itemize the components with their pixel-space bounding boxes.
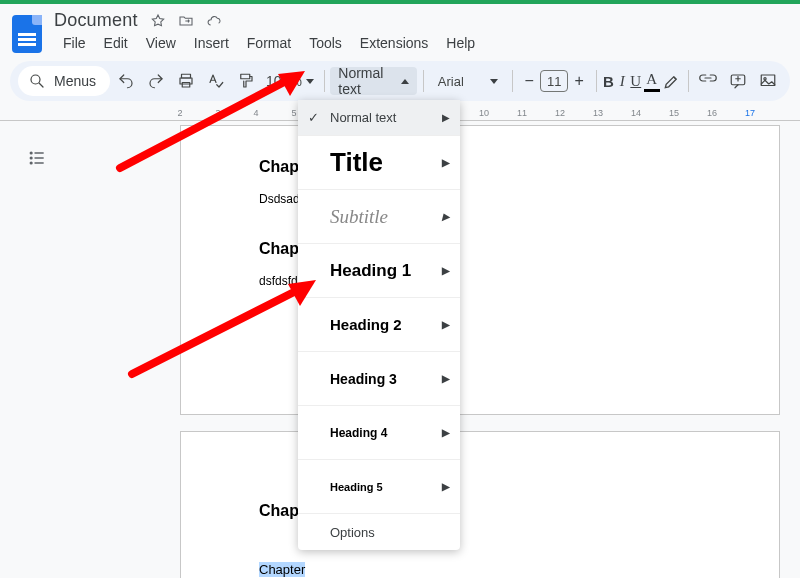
font-select[interactable]: Arial: [430, 74, 506, 89]
style-option-label: Subtitle: [330, 206, 388, 228]
cloud-status-icon[interactable]: [206, 13, 222, 29]
style-option-label: Heading 5: [330, 481, 383, 493]
font-size-group: − 11 +: [518, 68, 590, 94]
menu-bar: File Edit View Insert Format Tools Exten…: [54, 33, 788, 57]
style-option-subtitle[interactable]: Subtitle▶: [298, 190, 460, 244]
svg-point-12: [764, 78, 766, 80]
style-option-heading-3[interactable]: Heading 3▶: [298, 352, 460, 406]
svg-rect-6: [241, 74, 250, 79]
style-option-heading-1[interactable]: Heading 1▶: [298, 244, 460, 298]
insert-link-button[interactable]: [694, 67, 722, 95]
ruler-tick: 16: [707, 108, 717, 118]
ruler-tick: 13: [593, 108, 603, 118]
ruler-tick: 11: [517, 108, 527, 118]
submenu-arrow-icon: ▶: [442, 373, 450, 384]
menu-view[interactable]: View: [137, 33, 185, 53]
menu-tools[interactable]: Tools: [300, 33, 351, 53]
style-option-label: Options: [330, 525, 375, 540]
svg-point-0: [31, 75, 40, 84]
style-option-label: Title: [330, 147, 383, 178]
style-option-options[interactable]: Options: [298, 514, 460, 550]
submenu-arrow-icon: ▶: [442, 427, 450, 438]
underline-button[interactable]: U: [630, 67, 642, 95]
undo-button[interactable]: [112, 67, 140, 95]
menu-edit[interactable]: Edit: [95, 33, 137, 53]
move-icon[interactable]: [178, 13, 194, 29]
spellcheck-button[interactable]: [202, 67, 230, 95]
paint-format-button[interactable]: [232, 67, 260, 95]
zoom-select[interactable]: 100%: [262, 73, 318, 89]
font-size-increase[interactable]: +: [568, 69, 590, 93]
toolbar: Menus 100% Normal text Arial − 11 +: [10, 61, 790, 101]
doc-title[interactable]: Document: [54, 10, 138, 31]
paragraph-style-dropdown: ✓Normal text▶Title▶Subtitle▶Heading 1▶He…: [298, 100, 460, 550]
check-icon: ✓: [308, 110, 319, 125]
svg-point-17: [30, 162, 32, 164]
text-color-button[interactable]: A: [644, 67, 660, 95]
ruler-tick: 3: [215, 108, 220, 118]
menu-file[interactable]: File: [54, 33, 95, 53]
style-option-heading-4[interactable]: Heading 4▶: [298, 406, 460, 460]
style-option-label: Heading 4: [330, 426, 387, 440]
docs-logo-icon[interactable]: [12, 15, 42, 53]
submenu-arrow-icon: ▶: [442, 319, 450, 330]
menu-help[interactable]: Help: [437, 33, 484, 53]
ruler-tick: 12: [555, 108, 565, 118]
ruler-tick: 15: [669, 108, 679, 118]
ruler-tick: 10: [479, 108, 489, 118]
selected-text: Chapter: [259, 562, 305, 577]
submenu-arrow-icon: ▶: [442, 265, 450, 276]
menu-insert[interactable]: Insert: [185, 33, 238, 53]
italic-button[interactable]: I: [616, 67, 628, 95]
outline-toggle-button[interactable]: [18, 139, 56, 177]
document-page-2[interactable]: Chapt Chapter: [180, 431, 780, 578]
menus-label: Menus: [54, 73, 96, 89]
ruler-tick: 14: [631, 108, 641, 118]
chevron-down-icon: [306, 79, 314, 84]
paragraph-style-label: Normal text: [338, 65, 383, 97]
svg-rect-4: [182, 83, 190, 88]
star-icon[interactable]: [150, 13, 166, 29]
insert-image-button[interactable]: [754, 67, 782, 95]
svg-line-1: [39, 83, 43, 87]
menus-search-pill[interactable]: Menus: [18, 66, 110, 96]
chevron-down-icon: [490, 79, 498, 84]
ruler-tick: 17: [745, 108, 755, 118]
style-option-label: Normal text: [330, 110, 396, 125]
redo-button[interactable]: [142, 67, 170, 95]
ruler-tick: 2: [177, 108, 182, 118]
submenu-arrow-icon: ▶: [442, 211, 450, 222]
font-label: Arial: [438, 74, 464, 89]
horizontal-ruler[interactable]: 234567891011121314151617: [180, 101, 794, 120]
style-option-label: Heading 3: [330, 371, 397, 387]
menu-format[interactable]: Format: [238, 33, 300, 53]
style-option-normal-text[interactable]: ✓Normal text▶: [298, 100, 460, 136]
document-page-1[interactable]: Chapt Dsdsads Chapt dsfdsfds: [180, 125, 780, 415]
svg-point-15: [30, 157, 32, 159]
menu-extensions[interactable]: Extensions: [351, 33, 437, 53]
submenu-arrow-icon: ▶: [442, 481, 450, 492]
insert-comment-button[interactable]: [724, 67, 752, 95]
bold-button[interactable]: B: [603, 67, 615, 95]
style-option-heading-2[interactable]: Heading 2▶: [298, 298, 460, 352]
search-icon: [28, 72, 46, 90]
submenu-arrow-icon: ▶: [442, 112, 450, 123]
ruler-tick: 5: [291, 108, 296, 118]
style-option-label: Heading 2: [330, 316, 402, 333]
highlight-button[interactable]: [662, 67, 682, 95]
style-option-label: Heading 1: [330, 261, 411, 281]
print-button[interactable]: [172, 67, 200, 95]
ruler-tick: 4: [253, 108, 258, 118]
font-size-decrease[interactable]: −: [518, 69, 540, 93]
font-size-input[interactable]: 11: [540, 70, 568, 92]
svg-point-13: [30, 152, 32, 154]
paragraph-style-select[interactable]: Normal text: [330, 67, 417, 95]
submenu-arrow-icon: ▶: [442, 157, 450, 168]
style-option-title[interactable]: Title▶: [298, 136, 460, 190]
chevron-up-icon: [401, 79, 409, 84]
style-option-heading-5[interactable]: Heading 5▶: [298, 460, 460, 514]
